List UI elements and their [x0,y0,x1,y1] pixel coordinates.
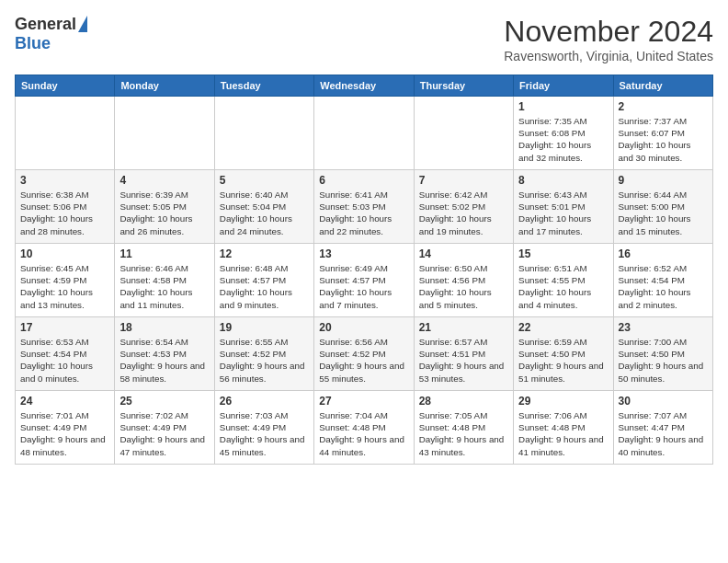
day-number: 28 [419,395,508,408]
calendar-cell: 3Sunrise: 6:38 AM Sunset: 5:06 PM Daylig… [16,170,115,244]
calendar-cell: 22Sunrise: 6:59 AM Sunset: 4:50 PM Dayli… [514,317,613,391]
calendar-cell: 5Sunrise: 6:40 AM Sunset: 5:04 PM Daylig… [214,170,313,244]
day-info: Sunrise: 7:04 AM Sunset: 4:48 PM Dayligh… [319,409,408,458]
header-row: SundayMondayTuesdayWednesdayThursdayFrid… [16,75,713,97]
logo: General Blue [15,15,87,53]
calendar-cell: 4Sunrise: 6:39 AM Sunset: 5:05 PM Daylig… [115,170,214,244]
day-number: 10 [20,247,109,260]
day-info: Sunrise: 6:53 AM Sunset: 4:54 PM Dayligh… [20,336,109,385]
logo-text: General [15,15,87,34]
calendar-cell: 26Sunrise: 7:03 AM Sunset: 4:49 PM Dayli… [214,391,313,465]
column-header-friday: Friday [514,75,613,97]
day-number: 30 [619,395,708,408]
week-row-5: 24Sunrise: 7:01 AM Sunset: 4:49 PM Dayli… [16,391,713,465]
calendar-cell: 21Sunrise: 6:57 AM Sunset: 4:51 PM Dayli… [414,317,513,391]
day-number: 27 [319,395,408,408]
day-number: 15 [518,247,608,260]
day-info: Sunrise: 6:43 AM Sunset: 5:01 PM Dayligh… [518,189,608,237]
calendar-cell: 19Sunrise: 6:55 AM Sunset: 4:52 PM Dayli… [214,317,313,391]
logo-triangle-icon [78,16,87,32]
day-info: Sunrise: 6:41 AM Sunset: 5:03 PM Dayligh… [319,189,408,237]
calendar-cell [414,97,513,170]
calendar-cell: 1Sunrise: 7:35 AM Sunset: 6:08 PM Daylig… [514,97,613,170]
day-info: Sunrise: 7:37 AM Sunset: 6:07 PM Dayligh… [619,115,708,164]
day-number: 20 [319,321,408,334]
calendar-header: SundayMondayTuesdayWednesdayThursdayFrid… [16,75,713,97]
logo-general: General [15,15,76,34]
calendar-cell: 27Sunrise: 7:04 AM Sunset: 4:48 PM Dayli… [314,391,414,465]
column-header-monday: Monday [115,75,214,97]
day-info: Sunrise: 6:56 AM Sunset: 4:52 PM Dayligh… [319,336,408,385]
column-header-tuesday: Tuesday [214,75,313,97]
day-info: Sunrise: 7:35 AM Sunset: 6:08 PM Dayligh… [518,115,608,164]
day-info: Sunrise: 7:03 AM Sunset: 4:49 PM Dayligh… [220,409,309,458]
day-info: Sunrise: 6:46 AM Sunset: 4:58 PM Dayligh… [119,262,209,311]
day-number: 17 [20,321,109,334]
day-number: 2 [619,100,708,113]
column-header-thursday: Thursday [414,75,513,97]
day-number: 19 [220,321,309,334]
day-info: Sunrise: 6:57 AM Sunset: 4:51 PM Dayligh… [419,336,508,385]
calendar-cell: 11Sunrise: 6:46 AM Sunset: 4:58 PM Dayli… [115,244,214,317]
calendar-cell: 7Sunrise: 6:42 AM Sunset: 5:02 PM Daylig… [414,170,513,244]
calendar-cell: 25Sunrise: 7:02 AM Sunset: 4:49 PM Dayli… [115,391,214,465]
week-row-3: 10Sunrise: 6:45 AM Sunset: 4:59 PM Dayli… [16,244,713,317]
column-header-sunday: Sunday [16,75,115,97]
calendar-cell: 17Sunrise: 6:53 AM Sunset: 4:54 PM Dayli… [16,317,115,391]
day-info: Sunrise: 6:44 AM Sunset: 5:00 PM Dayligh… [619,189,708,237]
day-number: 21 [419,321,508,334]
calendar-cell: 18Sunrise: 6:54 AM Sunset: 4:53 PM Dayli… [115,317,214,391]
day-info: Sunrise: 6:54 AM Sunset: 4:53 PM Dayligh… [119,336,209,385]
title-block: November 2024 Ravensworth, Virginia, Uni… [504,15,713,63]
day-number: 7 [419,174,508,187]
column-header-wednesday: Wednesday [314,75,414,97]
calendar-cell: 20Sunrise: 6:56 AM Sunset: 4:52 PM Dayli… [314,317,414,391]
day-info: Sunrise: 6:45 AM Sunset: 4:59 PM Dayligh… [20,262,109,311]
calendar-cell: 6Sunrise: 6:41 AM Sunset: 5:03 PM Daylig… [314,170,414,244]
day-number: 24 [20,395,109,408]
day-info: Sunrise: 6:55 AM Sunset: 4:52 PM Dayligh… [220,336,309,385]
day-number: 22 [518,321,608,334]
page-header: General Blue November 2024 Ravensworth, … [15,15,713,63]
week-row-1: 1Sunrise: 7:35 AM Sunset: 6:08 PM Daylig… [16,97,713,170]
day-number: 13 [319,247,408,260]
day-number: 3 [20,174,109,187]
day-number: 23 [619,321,708,334]
column-header-saturday: Saturday [613,75,712,97]
day-number: 26 [220,395,309,408]
day-info: Sunrise: 7:07 AM Sunset: 4:47 PM Dayligh… [619,409,708,458]
day-number: 5 [220,174,309,187]
day-info: Sunrise: 6:38 AM Sunset: 5:06 PM Dayligh… [20,189,109,237]
calendar-cell: 28Sunrise: 7:05 AM Sunset: 4:48 PM Dayli… [414,391,513,465]
week-row-2: 3Sunrise: 6:38 AM Sunset: 5:06 PM Daylig… [16,170,713,244]
calendar-body: 1Sunrise: 7:35 AM Sunset: 6:08 PM Daylig… [16,97,713,465]
logo-blue: Blue [15,34,51,53]
day-number: 4 [119,174,209,187]
calendar-cell [314,97,414,170]
day-number: 29 [518,395,608,408]
day-number: 9 [619,174,708,187]
day-info: Sunrise: 6:48 AM Sunset: 4:57 PM Dayligh… [220,262,309,311]
day-info: Sunrise: 7:06 AM Sunset: 4:48 PM Dayligh… [518,409,608,458]
calendar-cell: 29Sunrise: 7:06 AM Sunset: 4:48 PM Dayli… [514,391,613,465]
calendar-cell: 8Sunrise: 6:43 AM Sunset: 5:01 PM Daylig… [514,170,613,244]
subtitle: Ravensworth, Virginia, United States [504,49,713,63]
day-info: Sunrise: 7:01 AM Sunset: 4:49 PM Dayligh… [20,409,109,458]
day-number: 14 [419,247,508,260]
day-info: Sunrise: 7:00 AM Sunset: 4:50 PM Dayligh… [619,336,708,385]
calendar-cell: 24Sunrise: 7:01 AM Sunset: 4:49 PM Dayli… [16,391,115,465]
calendar-cell [115,97,214,170]
month-title: November 2024 [504,15,713,49]
calendar-cell: 2Sunrise: 7:37 AM Sunset: 6:07 PM Daylig… [613,97,712,170]
calendar-cell: 10Sunrise: 6:45 AM Sunset: 4:59 PM Dayli… [16,244,115,317]
day-info: Sunrise: 6:49 AM Sunset: 4:57 PM Dayligh… [319,262,408,311]
calendar-cell: 9Sunrise: 6:44 AM Sunset: 5:00 PM Daylig… [613,170,712,244]
calendar-cell: 14Sunrise: 6:50 AM Sunset: 4:56 PM Dayli… [414,244,513,317]
day-info: Sunrise: 6:52 AM Sunset: 4:54 PM Dayligh… [619,262,708,311]
week-row-4: 17Sunrise: 6:53 AM Sunset: 4:54 PM Dayli… [16,317,713,391]
calendar-cell [16,97,115,170]
calendar-table: SundayMondayTuesdayWednesdayThursdayFrid… [15,75,713,465]
day-info: Sunrise: 7:02 AM Sunset: 4:49 PM Dayligh… [119,409,209,458]
calendar-cell: 13Sunrise: 6:49 AM Sunset: 4:57 PM Dayli… [314,244,414,317]
day-info: Sunrise: 7:05 AM Sunset: 4:48 PM Dayligh… [419,409,508,458]
